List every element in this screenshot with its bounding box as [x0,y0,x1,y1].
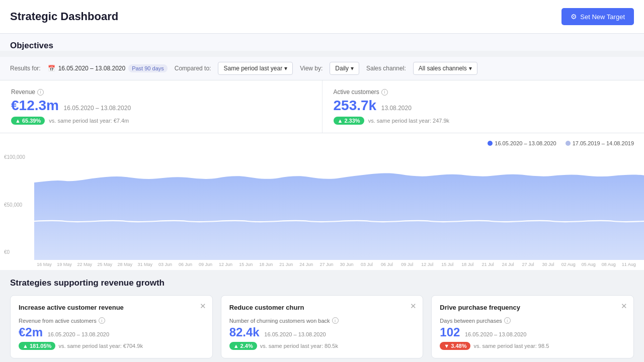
strat-badge: ▲ 181.05% [19,342,55,350]
metric-card-revenue: Revenue i €12.3m 16.05.2020 – 13.08.2020… [0,80,323,133]
x-label: 02 Aug [558,262,579,267]
x-label: 12 Jun [216,262,236,267]
strat-metric-label: Revenue from active customers i [19,317,204,324]
y-label-100k: €100,000 [4,154,30,160]
compared-to-label: Compared to: [175,65,211,72]
filters-bar: Results for: 📅 16.05.2020 – 13.08.2020 P… [0,57,644,80]
date-range-value: 16.05.2020 – 13.08.2020 [58,65,125,72]
calendar-icon: 📅 [48,65,55,72]
x-label: 18 Jul [457,262,477,267]
metric-value-revenue: €12.3m [11,98,59,113]
x-label: 21 Jul [477,262,498,267]
strategy-close-button[interactable]: ✕ [200,302,206,311]
x-label: 09 Jul [397,262,417,267]
chevron-down-icon: ▾ [284,65,287,72]
strat-badge: ▲ 2.4% [229,342,257,350]
x-label: 15 Jun [236,262,256,267]
results-for-label: Results for: [10,65,41,72]
page-title: Strategic Dashboard [10,10,118,23]
chart-y-labels: €100,000 €50,000 €0 [0,149,34,260]
strategies-section: Strategies supporting revenue growth Inc… [0,270,644,362]
info-icon: i [504,317,511,324]
legend-dot-prev [566,141,571,146]
compared-to-value: Same period last year [223,65,282,72]
strat-metric-sub: ▲ 2.4% vs. same period last year: 80.5k [229,342,415,350]
date-range-filter[interactable]: 📅 16.05.2020 – 13.08.2020 Past 90 days [48,64,168,72]
x-label: 28 May [115,262,135,267]
x-label: 25 May [95,262,115,267]
strategy-close-button[interactable]: ✕ [621,302,627,311]
gear-icon: ⚙ [571,13,577,21]
legend-item-current: 16.05.2020 – 13.08.2020 [488,140,556,146]
x-label: 06 Jun [175,262,195,267]
chevron-down-icon: ▾ [351,65,354,72]
x-label: 06 Jul [377,262,397,267]
strat-metric-label: Days between purchases i [440,317,625,324]
strat-vs-text: vs. same period last year: 98.5 [473,343,549,349]
strat-metric-date: 16.05.2020 – 13.08.2020 [264,331,326,337]
strat-metric-label: Number of churning customers won back i [229,317,415,324]
info-icon: i [37,89,44,96]
strat-metric-date: 16.05.2020 – 13.08.2020 [465,331,526,337]
chart-area: 16.05.2020 – 13.08.2020 17.05.2019 – 14.… [0,133,644,270]
x-label: 21 Jun [276,262,296,267]
chart-legend: 16.05.2020 – 13.08.2020 17.05.2019 – 14.… [0,138,644,149]
chart-svg [34,149,644,260]
view-by-select[interactable]: Daily ▾ [330,62,359,75]
view-by-label: View by: [300,65,323,72]
metrics-row: Revenue i €12.3m 16.05.2020 – 13.08.2020… [0,80,644,133]
chart-container: €100,000 €50,000 €0 [0,149,644,260]
strategy-card: Increase active customer revenue ✕ Reven… [10,295,213,358]
y-label-0: €0 [4,249,30,255]
x-label: 19 May [54,262,74,267]
y-label-50k: €50,000 [4,202,30,208]
info-icon: i [381,89,388,96]
badge-customers: ▲ 2.33% [334,117,364,125]
info-icon: i [332,317,339,324]
strategy-card-title: Reduce customer churn [229,304,415,311]
metric-date-revenue: 16.05.2020 – 13.08.2020 [64,105,131,112]
sales-channel-label: Sales channel: [366,65,406,72]
metric-date-customers: 13.08.2020 [381,105,412,112]
set-target-button[interactable]: ⚙ Set New Target [561,8,634,25]
objectives-section: Objectives [0,34,644,51]
legend-dot-current [488,141,493,146]
x-label: 30 Jun [337,262,357,267]
legend-label-prev: 17.05.2019 – 14.08.2019 [573,140,634,146]
past-badge: Past 90 days [128,64,168,72]
strategy-card: Reduce customer churn ✕ Number of churni… [221,295,424,358]
compared-to-select[interactable]: Same period last year ▾ [218,62,293,75]
chart-x-labels: 16 May19 May22 May25 May28 May31 May03 J… [0,260,644,270]
strat-metric-sub: ▼ 3.48% vs. same period last year: 98.5 [440,342,625,350]
strat-badge: ▼ 3.48% [440,342,470,350]
set-target-label: Set New Target [580,13,625,21]
strategies-grid: Increase active customer revenue ✕ Reven… [10,295,634,358]
strat-metric-sub: ▲ 181.05% vs. same period last year: €70… [19,342,204,350]
sales-channel-select[interactable]: All sales channels ▾ [413,62,477,75]
x-label: 12 Jul [417,262,437,267]
x-label: 03 Jun [155,262,175,267]
strategy-card-title: Increase active customer revenue [19,304,204,311]
legend-label-current: 16.05.2020 – 13.08.2020 [495,140,556,146]
chart-line-prev [34,221,644,222]
metric-sub-customers: ▲ 2.33% vs. same period last year: 247.9… [334,117,633,125]
vs-text-revenue: vs. same period last year: €7.4m [49,118,129,124]
x-label: 31 May [135,262,155,267]
x-label: 03 Jul [357,262,377,267]
metric-label-customers: Active customers i [334,88,633,96]
x-label: 22 May [74,262,95,267]
x-label: 18 Jun [256,262,276,267]
metric-value-customers: 253.7k [334,98,377,113]
x-label: 11 Aug [619,262,639,267]
strat-metric-value: €2m [19,325,43,339]
strat-metric-date: 16.05.2020 – 13.08.2020 [48,331,109,337]
legend-item-prev: 17.05.2019 – 14.08.2019 [566,140,634,146]
x-label: 09 Jun [196,262,216,267]
objectives-title: Objectives [10,41,634,51]
x-label: 27 Jun [316,262,337,267]
metric-label-revenue: Revenue i [11,88,311,96]
header: Strategic Dashboard ⚙ Set New Target [0,0,644,34]
strategy-close-button[interactable]: ✕ [410,302,417,311]
x-label: 08 Aug [599,262,619,267]
sales-channel-value: All sales channels [419,65,467,72]
